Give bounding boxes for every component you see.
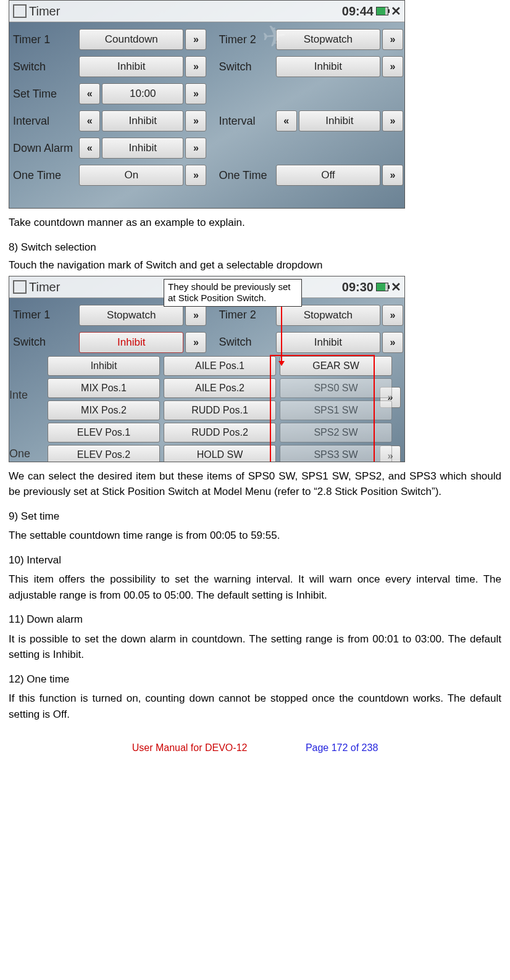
sect9-title: 9) Set time — [9, 509, 501, 525]
timer-screenshot-2: Timer 09:30 ✕ They should be previously … — [9, 276, 405, 462]
opt-gear[interactable]: GEAR SW — [280, 356, 392, 376]
sect12-title: 12) One time — [9, 671, 501, 687]
downalarm-value[interactable]: Inhibit — [102, 138, 183, 159]
label-timer1: Timer 1 — [10, 31, 77, 48]
settime-next[interactable]: » — [185, 83, 206, 104]
sect8-after: We can select the desired item but these… — [9, 468, 501, 500]
onetime1-value[interactable]: On — [79, 165, 183, 186]
opt-aile1[interactable]: AILE Pos.1 — [164, 356, 276, 376]
label2-timer2: Timer 2 — [209, 307, 273, 323]
s2-switch2-next[interactable]: » — [382, 332, 403, 353]
onetime2-next[interactable]: » — [382, 165, 403, 186]
callout-arrow — [281, 304, 282, 365]
intro-para: Take countdown manner as an example to e… — [9, 215, 501, 231]
switch1-next[interactable]: » — [185, 56, 206, 77]
opt-aile2[interactable]: AILE Pos.2 — [164, 378, 276, 398]
sect10-para: This item offers the possibility to set … — [9, 571, 501, 603]
sect8-para: Touch the navigation mark of Switch and … — [9, 257, 501, 273]
s2-switch1-next[interactable]: » — [185, 332, 206, 353]
label-settime: Set Time — [10, 86, 77, 102]
switch-dropdown: Inhibit AILE Pos.1 GEAR SW MIX Pos.1 AIL… — [48, 356, 392, 462]
label-interval1: Interval — [10, 113, 77, 130]
opt-sps2[interactable]: SPS2 SW — [280, 423, 392, 442]
label-timer2: Timer 2 — [209, 31, 273, 48]
close-icon[interactable]: ✕ — [391, 6, 401, 16]
battery-icon — [376, 7, 388, 15]
opt-sps0[interactable]: SPS0 SW — [280, 378, 392, 398]
battery-icon — [376, 283, 388, 291]
interval2-next[interactable]: » — [382, 110, 403, 131]
opt-sps1[interactable]: SPS1 SW — [280, 401, 392, 420]
timer1-value[interactable]: Countdown — [79, 29, 183, 50]
opt-mix2[interactable]: MIX Pos.2 — [48, 401, 160, 420]
titlebar: Timer 09:44 ✕ — [9, 1, 404, 22]
clock: 09:44 — [342, 2, 374, 20]
downalarm-next[interactable]: » — [185, 138, 206, 159]
label-onetime1: One Time — [10, 167, 77, 184]
s2-timer1-next[interactable]: » — [185, 305, 206, 326]
window-icon — [13, 4, 27, 18]
window-title: Timer — [29, 2, 60, 20]
label-onetime2: One Time — [209, 167, 273, 184]
clock-2: 09:30 — [342, 278, 374, 296]
s2-timer1-value[interactable]: Stopwatch — [79, 305, 183, 326]
label2-inte: Inte — [9, 387, 28, 404]
settime-prev[interactable]: « — [79, 83, 100, 104]
label-downalarm: Down Alarm — [10, 140, 77, 157]
interval1-value[interactable]: Inhibit — [102, 110, 183, 131]
opt-elev1[interactable]: ELEV Pos.1 — [48, 423, 160, 442]
sect9-para: The settable countdown time range is fro… — [9, 528, 501, 544]
sect11-title: 11) Down alarm — [9, 612, 501, 628]
label2-switch2: Switch — [209, 334, 273, 351]
label-switch2: Switch — [209, 59, 273, 75]
timer-screenshot-1: Timer 09:44 ✕ Timer 1 Countdown » Timer … — [9, 0, 405, 209]
sect10-title: 10) Interval — [9, 552, 501, 568]
opt-sps3[interactable]: SPS3 SW — [280, 445, 392, 462]
callout-note: They should be previously set at Stick P… — [164, 279, 302, 307]
interval2-value[interactable]: Inhibit — [299, 110, 380, 131]
interval2-prev[interactable]: « — [276, 110, 297, 131]
downalarm-prev[interactable]: « — [79, 138, 100, 159]
opt-mix1[interactable]: MIX Pos.1 — [48, 378, 160, 398]
s2-timer2-value[interactable]: Stopwatch — [276, 305, 380, 326]
opt-rudd2[interactable]: RUDD Pos.2 — [164, 423, 276, 442]
footer-page-number: Page 172 of 238 — [306, 742, 378, 753]
label-interval2: Interval — [209, 113, 273, 130]
sect12-para: If this function is turned on, counting … — [9, 691, 501, 722]
label2-timer1: Timer 1 — [10, 307, 77, 323]
label2-switch1: Switch — [10, 334, 77, 351]
switch2-next[interactable]: » — [382, 56, 403, 77]
timer1-next[interactable]: » — [185, 29, 206, 50]
sect8-title: 8) Switch selection — [9, 239, 501, 255]
s2-switch2-value[interactable]: Inhibit — [276, 332, 380, 353]
label-switch1: Switch — [10, 59, 77, 75]
onetime1-next[interactable]: » — [185, 165, 206, 186]
opt-inhibit[interactable]: Inhibit — [48, 356, 160, 376]
interval1-prev[interactable]: « — [79, 110, 100, 131]
switch1-value[interactable]: Inhibit — [79, 56, 183, 77]
switch2-value[interactable]: Inhibit — [276, 56, 380, 77]
s2-switch1-value[interactable]: Inhibit — [79, 332, 183, 353]
timer2-value[interactable]: Stopwatch — [276, 29, 380, 50]
page-footer: User Manual for DEVO-12 Page 172 of 238 — [9, 741, 501, 755]
footer-manual-title: User Manual for DEVO-12 — [132, 741, 248, 755]
label2-one: One — [9, 446, 30, 462]
timer2-next[interactable]: » — [382, 29, 403, 50]
onetime2-value[interactable]: Off — [276, 165, 380, 186]
opt-elev2[interactable]: ELEV Pos.2 — [48, 445, 160, 462]
sect11-para: It is possible to set the down alarm in … — [9, 631, 501, 663]
s2-timer2-next[interactable]: » — [382, 305, 403, 326]
window-title-2: Timer — [29, 278, 60, 296]
settime-value[interactable]: 10:00 — [102, 83, 183, 104]
opt-rudd1[interactable]: RUDD Pos.1 — [164, 401, 276, 420]
window-icon — [13, 280, 27, 294]
interval1-next[interactable]: » — [185, 110, 206, 131]
opt-hold[interactable]: HOLD SW — [164, 445, 276, 462]
close-icon[interactable]: ✕ — [391, 282, 401, 292]
